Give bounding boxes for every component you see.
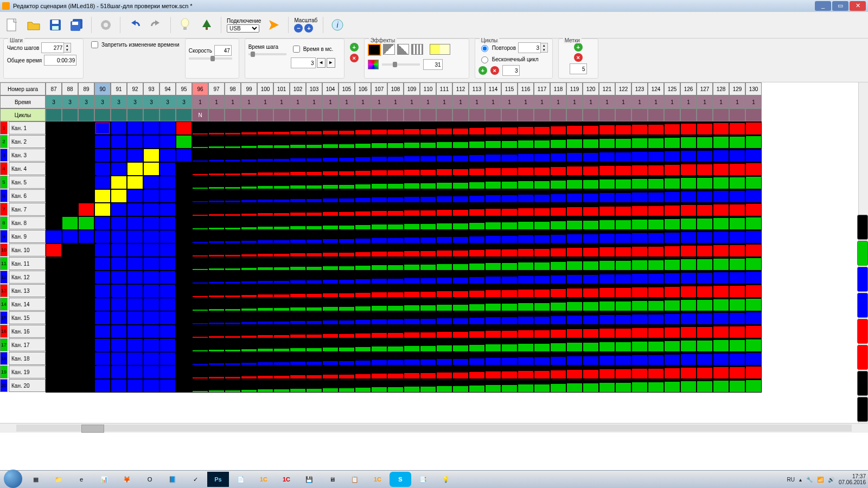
cell-ch14-s125[interactable] xyxy=(664,298,680,311)
cell-ch15-s119[interactable] xyxy=(566,311,583,325)
cell-ch14-s94[interactable] xyxy=(159,298,176,311)
lang-indicator[interactable]: RU xyxy=(787,477,794,483)
cell-ch16-s94[interactable] xyxy=(159,325,176,338)
cell-ch14-s103[interactable] xyxy=(306,298,322,311)
cell-ch19-s97[interactable] xyxy=(208,365,225,379)
cell-ch8-s92[interactable] xyxy=(127,216,143,230)
cell-ch14-s112[interactable] xyxy=(452,298,469,311)
cell-ch9-s129[interactable] xyxy=(729,230,745,243)
cell-ch12-s87[interactable] xyxy=(46,271,62,284)
cycle-cell[interactable] xyxy=(46,108,62,121)
cell-ch2-s119[interactable] xyxy=(566,135,583,149)
cell-ch2-s88[interactable] xyxy=(62,135,78,149)
cell-ch2-s125[interactable] xyxy=(664,135,680,149)
cell-ch12-s96[interactable] xyxy=(192,271,208,284)
send-button[interactable] xyxy=(265,16,283,34)
cell-ch2-s130[interactable] xyxy=(745,135,762,149)
cell-ch13-s120[interactable] xyxy=(583,284,599,298)
cell-ch16-s93[interactable] xyxy=(143,325,159,338)
cell-ch8-s108[interactable] xyxy=(387,216,404,230)
cell-ch5-s110[interactable] xyxy=(420,176,436,189)
cell-ch8-s113[interactable] xyxy=(469,216,485,230)
cell-ch7-s111[interactable] xyxy=(436,203,452,216)
remove-step-button[interactable]: × xyxy=(350,54,359,62)
cell-ch1-s127[interactable] xyxy=(697,121,713,135)
cell-ch17-s106[interactable] xyxy=(355,338,371,352)
cell-ch7-s114[interactable] xyxy=(485,203,501,216)
cell-ch2-s98[interactable] xyxy=(225,135,241,149)
cell-ch17-s104[interactable] xyxy=(322,338,339,352)
channel-label-6[interactable]: Кан. 6 xyxy=(9,189,46,202)
cell-ch10-s105[interactable] xyxy=(339,243,355,257)
cell-ch18-s114[interactable] xyxy=(485,352,501,365)
cell-ch15-s111[interactable] xyxy=(436,311,452,325)
time-cell[interactable]: 3 xyxy=(94,95,111,108)
cell-ch20-s97[interactable] xyxy=(208,379,225,393)
cell-ch20-s125[interactable] xyxy=(664,379,680,393)
cell-ch5-s125[interactable] xyxy=(664,176,680,189)
cell-ch15-s118[interactable] xyxy=(550,311,566,325)
channel-num-3[interactable]: 3 xyxy=(0,149,8,162)
cell-ch1-s87[interactable] xyxy=(46,121,62,135)
cell-ch4-s107[interactable] xyxy=(371,162,387,176)
cell-ch19-s114[interactable] xyxy=(485,365,501,379)
cell-ch15-s107[interactable] xyxy=(371,311,387,325)
cell-ch11-s119[interactable] xyxy=(566,257,583,271)
cell-ch2-s104[interactable] xyxy=(322,135,339,149)
cell-ch3-s90[interactable] xyxy=(94,149,111,162)
cell-ch12-s107[interactable] xyxy=(371,271,387,284)
step-col-119[interactable]: 119 xyxy=(566,82,583,95)
cell-ch9-s106[interactable] xyxy=(355,230,371,243)
cell-ch14-s95[interactable] xyxy=(176,298,192,311)
cell-ch9-s120[interactable] xyxy=(583,230,599,243)
cell-ch13-s87[interactable] xyxy=(46,284,62,298)
step-col-129[interactable]: 129 xyxy=(729,82,745,95)
cell-ch17-s109[interactable] xyxy=(404,338,420,352)
cell-ch2-s94[interactable] xyxy=(159,135,176,149)
cell-ch4-s92[interactable] xyxy=(127,162,143,176)
cell-ch18-s113[interactable] xyxy=(469,352,485,365)
step-col-89[interactable]: 89 xyxy=(78,82,94,95)
cell-ch5-s126[interactable] xyxy=(680,176,697,189)
cell-ch15-s109[interactable] xyxy=(404,311,420,325)
cell-ch19-s126[interactable] xyxy=(680,365,697,379)
time-cell[interactable]: 1 xyxy=(355,95,371,108)
cell-ch19-s129[interactable] xyxy=(729,365,745,379)
cell-ch18-s89[interactable] xyxy=(78,352,94,365)
cell-ch3-s129[interactable] xyxy=(729,149,745,162)
cell-ch11-s99[interactable] xyxy=(241,257,257,271)
palette-0[interactable] xyxy=(857,215,868,240)
cell-ch6-s89[interactable] xyxy=(78,189,94,203)
cell-ch1-s129[interactable] xyxy=(729,121,745,135)
cell-ch7-s93[interactable] xyxy=(143,203,159,216)
cell-ch18-s97[interactable] xyxy=(208,352,225,365)
cell-ch19-s88[interactable] xyxy=(62,365,78,379)
step-time-next[interactable]: ► xyxy=(327,58,335,68)
cell-ch14-s122[interactable] xyxy=(615,298,631,311)
cell-ch18-s101[interactable] xyxy=(273,352,290,365)
cell-ch9-s108[interactable] xyxy=(387,230,404,243)
cell-ch11-s126[interactable] xyxy=(680,257,697,271)
cell-ch2-s108[interactable] xyxy=(387,135,404,149)
cell-ch4-s128[interactable] xyxy=(713,162,729,176)
cell-ch19-s94[interactable] xyxy=(159,365,176,379)
cell-ch10-s116[interactable] xyxy=(518,243,534,257)
cell-ch18-s98[interactable] xyxy=(225,352,241,365)
cell-ch20-s99[interactable] xyxy=(241,379,257,393)
cycle-cell[interactable] xyxy=(485,108,501,121)
cell-ch2-s129[interactable] xyxy=(729,135,745,149)
cell-ch6-s119[interactable] xyxy=(566,189,583,203)
cell-ch20-s118[interactable] xyxy=(550,379,566,393)
cell-ch4-s95[interactable] xyxy=(176,162,192,176)
cell-ch2-s120[interactable] xyxy=(583,135,599,149)
cell-ch10-s94[interactable] xyxy=(159,243,176,257)
cell-ch6-s93[interactable] xyxy=(143,189,159,203)
cell-ch6-s106[interactable] xyxy=(355,189,371,203)
cell-ch16-s90[interactable] xyxy=(94,325,111,338)
cell-ch7-s116[interactable] xyxy=(518,203,534,216)
cell-ch18-s108[interactable] xyxy=(387,352,404,365)
cell-ch4-s121[interactable] xyxy=(599,162,615,176)
channel-num-16[interactable]: 16 xyxy=(0,325,8,338)
cell-ch14-s119[interactable] xyxy=(566,298,583,311)
cell-ch13-s99[interactable] xyxy=(241,284,257,298)
